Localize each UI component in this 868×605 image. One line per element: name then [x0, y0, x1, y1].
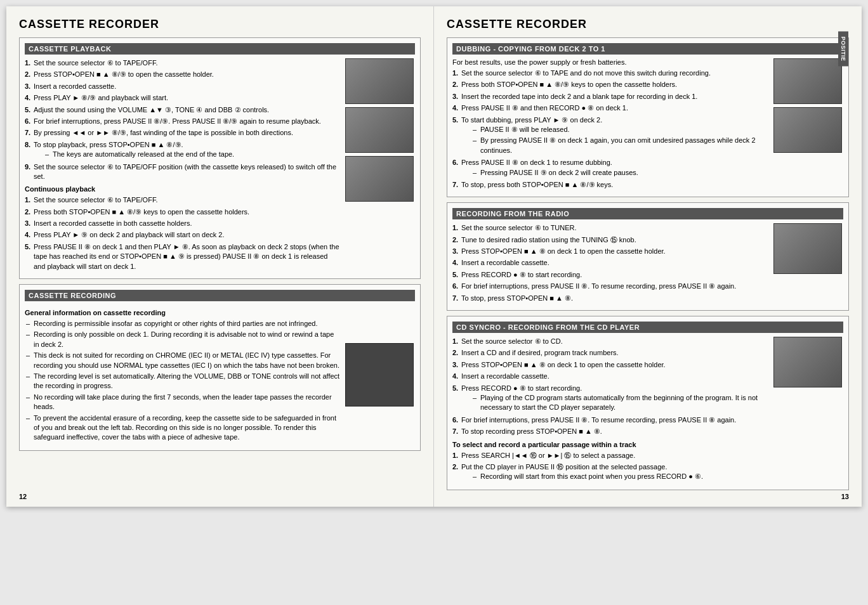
continuous-step-2: 2. Press both STOP•OPEN ■ ▲ ⑧/⑨ keys to … — [25, 207, 340, 217]
radio-content: 1. Set the source selector ⑥ to TUNER. 2… — [452, 223, 843, 305]
dubbing-step-3: 3. Insert the recorded tape into deck 2 … — [452, 92, 768, 101]
cd-step5-subs: Playing of the CD program starts automat… — [461, 393, 768, 413]
playback-step-5: 5. Adjust the sound using the VOLUME ▲▼ … — [25, 105, 340, 115]
playback-image-3 — [345, 156, 414, 202]
playback-step-8-sub-1: The keys are automatically released at t… — [44, 150, 340, 159]
cd-step-2: 2. Insert a CD and if desired, program t… — [452, 348, 768, 358]
cd-image-1 — [773, 337, 842, 387]
book-spread: CASSETTE RECORDER CASSETTE PLAYBACK 1. S… — [6, 6, 862, 507]
dubbing-section: DUBBING - COPYING FROM DECK 2 TO 1 Posit… — [447, 37, 849, 197]
cd-select-step-2: 2. Put the CD player in PAUSE II ⑯ posit… — [452, 462, 768, 482]
radio-steps-list: 1. Set the source selector ⑥ to TUNER. 2… — [452, 223, 768, 303]
page-tab: Positie — [838, 31, 848, 66]
radio-step-7: 7. To stop, press STOP•OPEN ■ ▲ ⑧. — [452, 294, 768, 303]
page-title-right: CASSETTE RECORDER — [447, 18, 849, 31]
page-title-left: CASSETTE RECORDER — [19, 18, 421, 31]
dubbing-step-1: 1. Set the source selector ⑥ to TAPE and… — [452, 68, 768, 78]
recording-bullet-4: The recording level is set automatically… — [25, 372, 340, 391]
cd-select-title: To select and record a particular passag… — [452, 441, 768, 448]
continuous-steps-list: 1. Set the source selector ⑥ to TAPE/OFF… — [25, 195, 340, 271]
playback-step-7: 7. By pressing ◄◄ or ►► ⑧/⑨, fast windin… — [25, 128, 340, 138]
cd-select-steps-list: 1. Press SEARCH |◄◄ ⑯ or ►►| ⑮ to select… — [452, 451, 768, 482]
playback-step-1: 1. Set the source selector ⑥ to TAPE/OFF… — [25, 58, 340, 68]
recording-section: CASSETTE RECORDING General information o… — [19, 284, 421, 451]
dubbing-step-4: 4. Press PAUSE II ⑧ and then RECORD ● ⑧ … — [452, 103, 768, 113]
recording-bullet-2: Recording is only possible on deck 1. Du… — [25, 330, 340, 349]
radio-step-3: 3. Press STOP•OPEN ■ ▲ ⑧ on deck 1 to op… — [452, 247, 768, 256]
page-number-left: 12 — [19, 493, 27, 500]
cd-select-sub-1: Recording will start from this exact poi… — [471, 472, 768, 481]
playback-steps-list: 1. Set the source selector ⑥ to TAPE/OFF… — [25, 58, 340, 181]
dubbing-steps-list: 1. Set the source selector ⑥ to TAPE and… — [452, 68, 768, 190]
recording-bullet-3: This deck is not suited for recording on… — [25, 351, 340, 370]
cd-step-5: 5. Press RECORD ● ⑧ to start recording. … — [452, 384, 768, 413]
recording-image-1 — [345, 343, 414, 407]
cd-select-subs: Recording will start from this exact poi… — [461, 472, 768, 481]
dubbing-header: DUBBING - COPYING FROM DECK 2 TO 1 Posit… — [452, 43, 843, 55]
dubbing-image-2 — [773, 107, 842, 153]
playback-step-8-subs: The keys are automatically released at t… — [34, 150, 340, 159]
radio-image-1 — [773, 223, 842, 274]
cd-step-6: 6. For brief interruptions, press PAUSE … — [452, 415, 768, 425]
dubbing-image-1 — [773, 58, 842, 104]
cd-image-col — [773, 337, 843, 485]
playback-step-3: 3. Insert a recorded cassette. — [25, 82, 340, 91]
recording-content: General information on cassette recordin… — [25, 305, 415, 445]
playback-content: 1. Set the source selector ⑥ to TAPE/OFF… — [25, 58, 415, 273]
playback-step-8: 8. To stop playback, press STOP•OPEN ■ ▲… — [25, 140, 340, 160]
playback-image-1 — [345, 58, 414, 104]
cd-step-3: 3. Press STOP•OPEN ■ ▲ ⑧ on deck 1 to op… — [452, 360, 768, 370]
dubbing-intro: For best results, use the power supply o… — [452, 58, 768, 66]
cd-step-4: 4. Insert a recordable cassette. — [452, 372, 768, 381]
playback-text: 1. Set the source selector ⑥ to TAPE/OFF… — [25, 58, 340, 273]
recording-bullet-1: Recording is permissible insofar as copy… — [25, 319, 340, 329]
continuous-playback-title: Continuous playback — [25, 185, 340, 193]
playback-step-2: 2. Press STOP•OPEN ■ ▲ ⑧/⑨ to open the c… — [25, 70, 340, 79]
page-number-right: 13 — [841, 493, 849, 500]
dubbing-step5-sub-2: By pressing PAUSE II ⑧ on deck 1 again, … — [471, 136, 768, 155]
continuous-step-4: 4. Press PLAY ► ⑨ on deck 2 and playback… — [25, 230, 340, 240]
cd-step5-sub-1: Playing of the CD program starts automat… — [471, 393, 768, 413]
cd-section: CD SYNCRO - RECORDING FROM THE CD PLAYER… — [447, 316, 849, 490]
cd-content: 1. Set the source selector ⑥ to CD. 2. I… — [452, 337, 843, 485]
radio-step-5: 5. Press RECORD ● ⑧ to start recording. — [452, 270, 768, 280]
recording-general-title: General information on cassette recordin… — [25, 309, 340, 316]
dubbing-content: For best results, use the power supply o… — [452, 58, 843, 192]
radio-section: RECORDING FROM THE RADIO 1. Set the sour… — [447, 202, 849, 311]
cd-step-7: 7. To stop recording press STOP•OPEN ■ ▲… — [452, 427, 768, 436]
playback-header: CASSETTE PLAYBACK — [25, 43, 415, 55]
radio-step-2: 2. Tune to desired radio station using t… — [452, 235, 768, 245]
recording-bullet-6: To prevent the accidental erasure of a r… — [25, 413, 340, 443]
recording-bullets-list: Recording is permissible insofar as copy… — [25, 319, 340, 443]
cd-header: CD SYNCRO - RECORDING FROM THE CD PLAYER — [452, 322, 843, 333]
continuous-step-1: 1. Set the source selector ⑥ to TAPE/OFF… — [25, 195, 340, 205]
radio-step-4: 4. Insert a recordable cassette. — [452, 258, 768, 268]
playback-step-6: 6. For brief interruptions, press PAUSE … — [25, 117, 340, 126]
dubbing-text: For best results, use the power supply o… — [452, 58, 768, 192]
dubbing-step6-sub-1: Pressing PAUSE II ⑨ on deck 2 will creat… — [471, 168, 768, 178]
dubbing-step5-subs: PAUSE II ⑧ will be released. By pressing… — [461, 125, 768, 155]
radio-image-col — [773, 223, 843, 305]
dubbing-images — [773, 58, 843, 192]
dubbing-step-7: 7. To stop, press both STOP•OPEN ■ ▲ ⑧/⑨… — [452, 180, 768, 190]
dubbing-step5-sub-1: PAUSE II ⑧ will be released. — [471, 125, 768, 134]
radio-text: 1. Set the source selector ⑥ to TUNER. 2… — [452, 223, 768, 305]
page-right: CASSETTE RECORDER DUBBING - COPYING FROM… — [434, 6, 862, 507]
playback-images — [345, 58, 415, 273]
dubbing-step-5: 5. To start dubbing, press PLAY ► ⑨ on d… — [452, 115, 768, 156]
radio-step-1: 1. Set the source selector ⑥ to TUNER. — [452, 223, 768, 233]
cd-step-1: 1. Set the source selector ⑥ to CD. — [452, 337, 768, 346]
playback-step-9: 9. Set the source selector ⑥ to TAPE/OFF… — [25, 162, 340, 182]
recording-header: CASSETTE RECORDING — [25, 290, 415, 301]
radio-step-6: 6. For brief interruptions, press PAUSE … — [452, 282, 768, 291]
continuous-step-3: 3. Insert a recorded cassette in both ca… — [25, 219, 340, 228]
playback-section: CASSETTE PLAYBACK 1. Set the source sele… — [19, 37, 421, 279]
recording-image-col — [345, 305, 415, 445]
playback-step-4: 4. Press PLAY ► ⑧/⑨ and playback will st… — [25, 93, 340, 103]
page-left: CASSETTE RECORDER CASSETTE PLAYBACK 1. S… — [6, 6, 434, 507]
dubbing-step-6: 6. Press PAUSE II ⑧ on deck 1 to resume … — [452, 158, 768, 178]
recording-text: General information on cassette recordin… — [25, 305, 340, 445]
cd-select-step-1: 1. Press SEARCH |◄◄ ⑯ or ►►| ⑮ to select… — [452, 451, 768, 460]
cd-steps-list: 1. Set the source selector ⑥ to CD. 2. I… — [452, 337, 768, 437]
dubbing-step-2: 2. Press both STOP•OPEN ■ ▲ ⑧/⑨ keys to … — [452, 80, 768, 89]
